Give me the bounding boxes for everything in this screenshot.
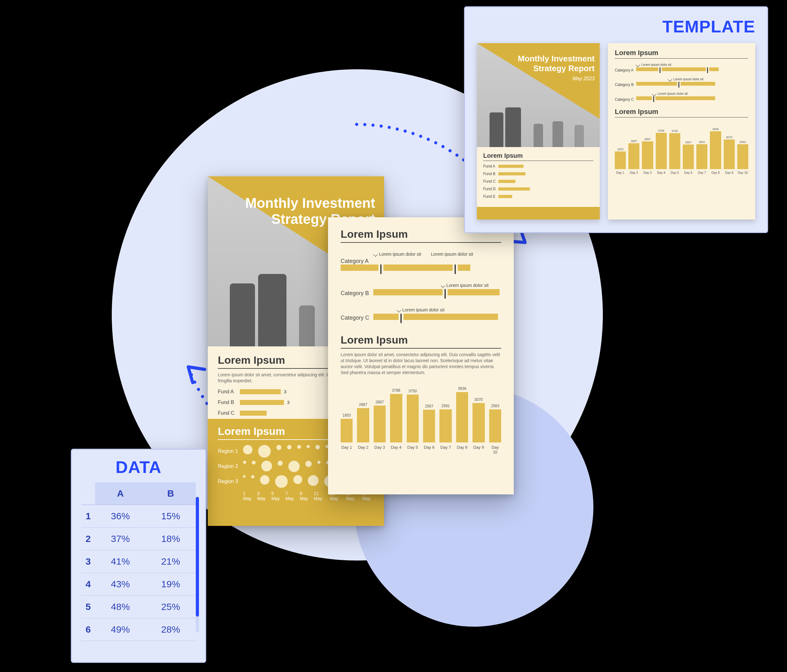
bar-column: 2581 [439, 404, 451, 443]
template-label: TEMPLATE [477, 17, 755, 36]
bar-column: 2687 [357, 402, 369, 443]
bar-column: 2583 [489, 404, 501, 443]
data-label: DATA [81, 457, 196, 477]
data-table-header [81, 482, 95, 505]
bar-column: 2567 [423, 404, 435, 443]
table-row: 341%21% [81, 550, 196, 573]
data-table-header: B [145, 482, 196, 505]
bar-column: 3786 [390, 388, 402, 443]
bar-column: 2887 [642, 138, 653, 169]
bar-column: 3070 [473, 397, 485, 443]
table-row: 443%19% [81, 573, 196, 596]
bar-chart: 1853268728873786375025672581393630702583 [341, 383, 501, 443]
table-row: 548%25% [81, 596, 196, 618]
bar-column: 1853 [341, 413, 352, 443]
template-page-right: Lorem Ipsum Lorem ipsum dolor sit Catego… [608, 43, 755, 220]
table-row: 237%18% [81, 528, 196, 550]
bar-column: 3936 [456, 386, 468, 443]
bar-column: 2887 [374, 400, 386, 443]
arrow-to-data-icon [188, 367, 205, 383]
range-row: Lorem ipsum dolor sit Category C [341, 307, 501, 323]
data-scrollbar[interactable] [196, 497, 199, 632]
data-card: DATA AB 136%15%237%18%341%21%443%19%548%… [71, 449, 206, 663]
table-row: 649%28% [81, 618, 196, 641]
bar-column: 2567 [683, 141, 694, 169]
bar-column: 3786 [656, 129, 667, 169]
data-table-header: A [95, 482, 145, 505]
bar-column: 2687 [628, 139, 639, 169]
bar-column: 2583 [737, 141, 748, 169]
bar-column: 1853 [615, 148, 626, 169]
template-page-left: Monthly InvestmentStrategy Report May 20… [477, 43, 600, 220]
table-row: 136%15% [81, 505, 196, 528]
section-heading: Lorem Ipsum [341, 334, 501, 349]
bar-column: 3936 [710, 128, 721, 169]
data-table: AB 136%15%237%18%341%21%443%19%548%25%64… [81, 482, 196, 641]
template-card: TEMPLATE Monthly InvestmentStrategy Repo… [464, 6, 768, 233]
range-row: Lorem ipsum dolor sit Lorem ipsum dolor … [341, 251, 501, 274]
bar-column: 2581 [696, 141, 707, 169]
bar-chart-x-axis: Day 1Day 2Day 3Day 4Day 5Day 6Day 7Day 8… [341, 445, 501, 454]
report-page-front: Lorem Ipsum Lorem ipsum dolor sit Lorem … [328, 217, 514, 494]
data-scrollbar-thumb[interactable] [196, 497, 199, 617]
bar-column: 3750 [669, 130, 680, 169]
bar-column: 3750 [407, 389, 419, 443]
range-row: Lorem ipsum dolor sit Category B [341, 283, 501, 299]
body-text: Lorem ipsum dolor sit amet, consectetur … [341, 352, 501, 376]
bar-column: 3070 [724, 136, 735, 169]
